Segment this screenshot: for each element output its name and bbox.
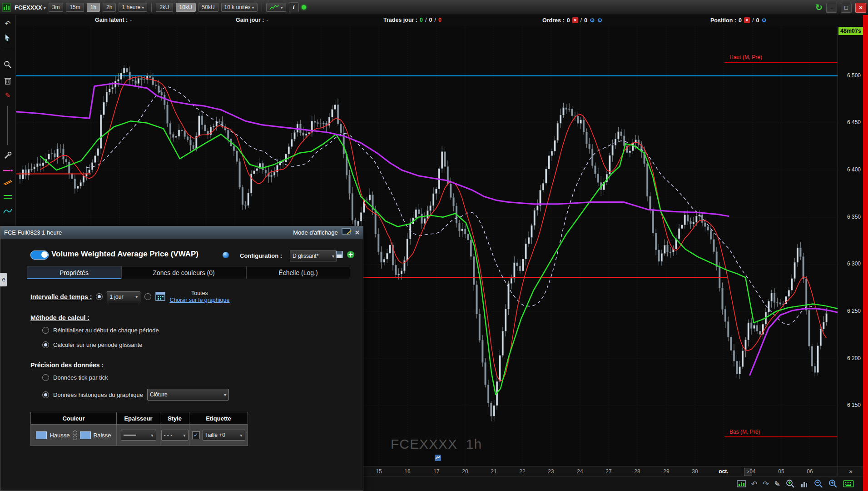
close-window-button[interactable]: × <box>855 3 866 13</box>
date-label: 17 <box>427 468 446 475</box>
magenta-line-tool-icon[interactable] <box>0 166 15 174</box>
choose-on-chart-link[interactable]: Choisir sur le graphique <box>169 297 229 303</box>
timeframe-button-2h[interactable]: 2h <box>103 3 116 12</box>
price-label: 6 450 <box>847 119 861 125</box>
config-select[interactable]: D glissant*▾ <box>290 251 337 261</box>
interval-custom-radio[interactable] <box>144 293 151 300</box>
position-settings-icon[interactable]: ⚙ <box>761 17 767 24</box>
zoom-tool-icon[interactable] <box>0 60 15 70</box>
price-label: 6 300 <box>847 261 861 267</box>
date-label: 23 <box>542 468 560 475</box>
indicator-title: Volume Weighted Average Price (VWAP) <box>51 250 198 259</box>
redo-icon[interactable]: ↷ <box>763 480 769 488</box>
timeframe-button-15m[interactable]: 15m <box>66 3 84 12</box>
interval-select[interactable]: 1 jour▾ <box>107 291 140 302</box>
gain-latent: Gain latent : - <box>95 17 132 23</box>
label-size-select[interactable]: Taille +0▾ <box>203 430 245 441</box>
dialog-close-icon[interactable]: × <box>355 230 359 236</box>
hausse-label: Hausse <box>50 432 69 439</box>
channel-tool-icon[interactable] <box>0 179 15 187</box>
symbol-select[interactable]: FCEXXXX▾ <box>14 4 46 11</box>
orders-settings-icon[interactable]: ⚙ <box>590 17 595 24</box>
dialog-titlebar[interactable]: FCE Full0823 1 heure Mode d'affichage × <box>0 226 363 239</box>
refresh-button[interactable]: ↻ <box>815 2 823 13</box>
unit-button-50ku[interactable]: 50kU <box>198 3 218 12</box>
method-sliding-label: Calculer sur une période glissante <box>53 341 143 348</box>
baisse-color-swatch[interactable] <box>80 431 91 439</box>
status-bar: Gain latent : - Gain jour : - Trades jou… <box>15 15 863 26</box>
undo-icon[interactable]: ↶ <box>0 20 15 28</box>
session-settings-icon[interactable] <box>737 480 746 488</box>
candle-countdown-timer: 48m07s <box>838 27 863 35</box>
timeframe-button-3m[interactable]: 3m <box>49 3 64 12</box>
zoom-out-icon[interactable] <box>814 479 823 488</box>
axis-corner-button[interactable]: » <box>838 466 863 476</box>
chart-style-dropdown[interactable]: ▾ <box>266 3 286 12</box>
column-header-couleur: Couleur <box>30 412 117 425</box>
date-label: 20 <box>456 468 474 475</box>
method-reset-radio[interactable] <box>42 327 49 334</box>
zoom-in-icon[interactable] <box>828 479 838 488</box>
area-chart-icon <box>269 4 279 10</box>
draw-mode-icon[interactable]: ✎ <box>774 480 780 488</box>
alert-strip <box>863 15 868 491</box>
price-label: 6 400 <box>847 166 861 173</box>
vwap-settings-dialog: FCE Full0823 1 heure Mode d'affichage × … <box>0 226 363 491</box>
orders-status: Ordres : 0 × / 0 ⚙ ⚙ <box>542 17 602 24</box>
calendar-icon[interactable] <box>155 291 165 302</box>
unit-button-10ku[interactable]: 10kU <box>176 3 196 12</box>
date-label: oct. <box>714 468 733 475</box>
maximize-button[interactable]: □ <box>841 3 852 13</box>
precision-label: Précision des données : <box>30 361 104 369</box>
haut-level-label: Haut (M, Pré) <box>729 54 762 60</box>
price-label: 6 150 <box>847 402 861 408</box>
info-button[interactable]: i <box>289 2 299 12</box>
unit-dropdown[interactable]: 10 k unités▾ <box>221 3 258 12</box>
price-label: 6 200 <box>847 355 861 361</box>
pencil-tool-icon[interactable]: ✎ <box>0 91 15 100</box>
add-config-icon[interactable] <box>347 251 355 261</box>
indicator-toggle[interactable] <box>30 251 49 260</box>
close-position-icon[interactable]: × <box>744 17 750 23</box>
tab-proprietes[interactable]: Propriétés <box>27 266 121 279</box>
date-label: 28 <box>628 468 646 475</box>
line-style-select[interactable]: - - -▾ <box>161 430 188 441</box>
cancel-orders-icon[interactable]: × <box>572 17 578 23</box>
link-colors-icon[interactable] <box>73 431 77 440</box>
price-type-select[interactable]: Clôture▾ <box>147 389 229 401</box>
interval-radio[interactable] <box>96 293 103 300</box>
tab-echelle[interactable]: Échelle (Log.) <box>246 266 350 279</box>
precision-option-row: Données historiques du graphique Clôture… <box>42 389 229 401</box>
precision-option-row: Données tick par tick <box>42 374 108 381</box>
precision-historical-radio[interactable] <box>42 391 49 398</box>
undo-icon[interactable]: ↶ <box>751 480 757 488</box>
dialog-title: FCE Full0823 1 heure <box>4 229 62 236</box>
orders-settings-icon[interactable]: ⚙ <box>597 17 603 24</box>
precision-tick-radio[interactable] <box>42 374 49 381</box>
dialog-body: Volume Weighted Average Price (VWAP) Con… <box>0 239 363 491</box>
date-label: 30 <box>686 468 704 475</box>
thickness-select[interactable]: ▾ <box>121 430 156 441</box>
wrench-tool-icon[interactable] <box>0 151 15 161</box>
keyboard-icon[interactable] <box>843 480 854 487</box>
tab-zones-couleurs[interactable]: Zones de couleurs (0) <box>121 266 246 279</box>
bar-chart-icon[interactable] <box>800 480 808 488</box>
curve-tool-icon[interactable] <box>0 208 15 216</box>
zoom-selection-icon[interactable] <box>786 479 795 488</box>
hausse-color-swatch[interactable] <box>36 431 47 439</box>
trendline-tool-icon[interactable] <box>7 106 8 145</box>
collapsed-panel-tab[interactable]: e <box>0 273 7 286</box>
price-axis[interactable]: 48m07s 6 5006 4506 4006 3506 3006 2506 2… <box>838 26 863 466</box>
display-mode-icon[interactable] <box>342 228 352 237</box>
levels-tool-icon[interactable] <box>0 193 15 201</box>
label-checkbox[interactable]: ✓ <box>192 431 200 439</box>
cursor-tool-icon[interactable] <box>0 34 15 43</box>
trash-icon[interactable] <box>0 77 15 87</box>
unit-button-2ku[interactable]: 2kU <box>156 3 173 12</box>
timeframe-dropdown[interactable]: 1 heure▾ <box>119 3 147 12</box>
column-header-style: Style <box>160 412 189 425</box>
minimize-button[interactable]: – <box>826 3 837 13</box>
save-config-icon[interactable] <box>335 251 343 261</box>
timeframe-button-1h[interactable]: 1h <box>87 3 100 12</box>
method-sliding-radio[interactable] <box>42 341 49 348</box>
